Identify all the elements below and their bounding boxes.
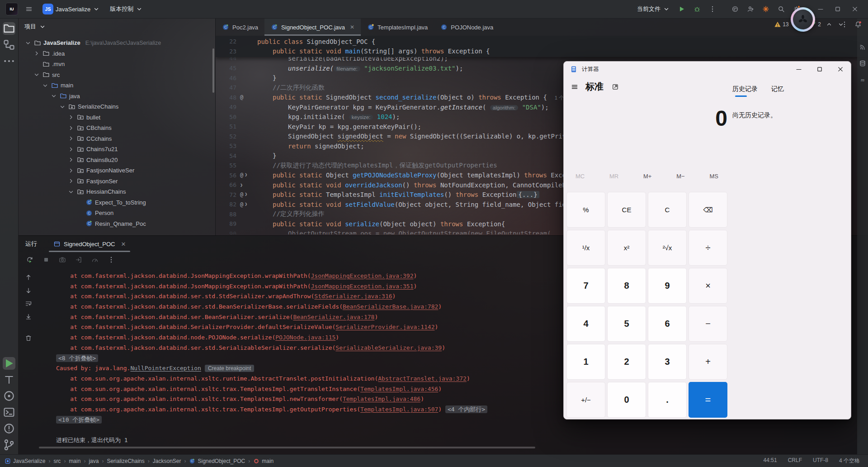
status-item[interactable]: UTF-8 xyxy=(813,457,828,465)
key-¹/x[interactable]: ¹/x xyxy=(566,230,605,266)
calc-maximize-button[interactable] xyxy=(809,62,830,77)
key-×[interactable]: × xyxy=(689,268,727,304)
rail-services[interactable] xyxy=(3,390,15,402)
breadcrumb-item[interactable]: CSignedObject_POC xyxy=(189,458,245,464)
attach-icon[interactable] xyxy=(75,256,82,263)
code-with-me-icon[interactable] xyxy=(747,5,754,13)
tree-item[interactable]: CResin_Qname_Poc xyxy=(18,219,215,229)
breadcrumb-item[interactable]: main xyxy=(253,458,274,464)
rerun-icon[interactable] xyxy=(26,256,33,263)
rail-structure[interactable] xyxy=(3,38,15,51)
stack-link[interactable]: TemplatesImpl.java:456 xyxy=(360,386,438,392)
exception-link[interactable]: NullPointerException xyxy=(130,365,201,372)
more-options-icon[interactable] xyxy=(108,256,115,263)
rail-run[interactable] xyxy=(3,357,15,370)
stack-link[interactable]: AbstractTranslet.java:372 xyxy=(378,375,467,382)
tree-item[interactable]: Chains8u20 xyxy=(18,155,215,166)
prev-problem-icon[interactable] xyxy=(826,21,833,28)
breadcrumb-item[interactable]: SerializeChains xyxy=(107,458,144,464)
project-panel-header[interactable]: 项目 xyxy=(18,19,215,35)
breadcrumb-item[interactable]: JacksonSer xyxy=(153,458,181,464)
window-close-button[interactable] xyxy=(848,5,862,13)
key-3[interactable]: 3 xyxy=(648,344,687,380)
memory-M+[interactable]: M+ xyxy=(643,173,651,180)
key-x²[interactable]: x² xyxy=(607,230,646,266)
tree-item[interactable]: HessianChains xyxy=(18,186,215,197)
key-%[interactable]: % xyxy=(566,192,605,228)
calc-minimize-button[interactable] xyxy=(788,62,809,77)
window-minimize-button[interactable] xyxy=(814,5,827,13)
stack-link[interactable]: BeanSerializerBase.java:782 xyxy=(343,303,438,310)
maven-icon[interactable]: m xyxy=(859,76,866,83)
keep-on-top-icon[interactable] xyxy=(612,83,619,91)
key-=[interactable]: = xyxy=(689,382,727,418)
window-maximize-button[interactable] xyxy=(831,5,844,13)
rail-version-control[interactable] xyxy=(3,438,15,451)
status-item[interactable]: CRLF xyxy=(788,457,802,465)
key-C[interactable]: C xyxy=(648,192,687,228)
rail-more-tools[interactable] xyxy=(3,55,15,67)
status-item[interactable]: 4 个空格 xyxy=(839,457,860,465)
main-menu-icon[interactable] xyxy=(25,5,33,13)
notifications-bell-icon[interactable] xyxy=(854,21,862,28)
stack-link[interactable]: SerializableSerializer.java:39 xyxy=(335,344,442,351)
tab-memory[interactable]: 记忆 xyxy=(771,85,784,97)
search-everywhere-icon[interactable] xyxy=(778,5,785,13)
memory-M−[interactable]: M− xyxy=(676,173,684,180)
key-+[interactable]: + xyxy=(689,344,727,380)
breadcrumb-item[interactable]: src xyxy=(53,458,61,464)
tree-item[interactable]: SerializeChains xyxy=(18,101,215,112)
screen-share-icon[interactable] xyxy=(859,43,866,51)
more-actions-icon[interactable] xyxy=(709,5,716,13)
rail-problems[interactable] xyxy=(3,422,15,435)
tree-item[interactable]: bullet xyxy=(18,112,215,123)
editor-tab[interactable]: CSignedObject_POC.java✕ xyxy=(264,19,361,36)
key-0[interactable]: 0 xyxy=(607,382,646,418)
calculator-title-bar[interactable]: 计算器 xyxy=(564,62,851,77)
key-4[interactable]: 4 xyxy=(566,306,605,342)
tree-item[interactable]: FastjsonSer xyxy=(18,176,215,187)
stack-link[interactable]: SerializerProvider.java:1142 xyxy=(335,324,434,330)
rail-bookmarks[interactable] xyxy=(3,373,15,386)
key-.[interactable]: . xyxy=(648,382,687,418)
key-+/−[interactable]: +/− xyxy=(566,382,605,418)
key-2[interactable]: 2 xyxy=(607,344,646,380)
key-1[interactable]: 1 xyxy=(566,344,605,380)
tree-item[interactable]: CCchains xyxy=(18,133,215,144)
stack-link[interactable]: TemplatesImpl.java:507 xyxy=(360,406,438,413)
stop-icon[interactable] xyxy=(42,256,50,263)
project-selector[interactable]: JS JavaSerialize xyxy=(42,4,100,14)
tab-history[interactable]: 历史记录 xyxy=(732,85,758,97)
stack-link[interactable]: JsonMappingException.java:392 xyxy=(311,272,414,279)
run-console-tab[interactable]: SignedObject_POC ✕ xyxy=(53,236,126,252)
next-frame-icon[interactable] xyxy=(25,287,32,294)
tree-item[interactable]: .idea xyxy=(18,48,215,59)
key-²√x[interactable]: ²√x xyxy=(648,230,687,266)
clear-all-icon[interactable] xyxy=(25,334,32,342)
close-icon[interactable]: ✕ xyxy=(350,24,354,30)
debug-button-icon[interactable] xyxy=(693,5,701,13)
key-9[interactable]: 9 xyxy=(648,268,687,304)
tree-item[interactable]: main xyxy=(18,80,215,91)
key-6[interactable]: 6 xyxy=(648,306,687,342)
tree-item[interactable]: java xyxy=(18,91,215,102)
breadcrumb-item[interactable]: java xyxy=(89,458,99,464)
copilot-icon[interactable] xyxy=(731,5,739,13)
key-8[interactable]: 8 xyxy=(607,268,646,304)
tree-item[interactable]: src xyxy=(18,70,215,81)
stack-link[interactable]: BeanSerializer.java:178 xyxy=(293,314,374,320)
stack-link[interactable]: StdSerializer.java:316 xyxy=(314,293,392,300)
key-CE[interactable]: CE xyxy=(607,192,646,228)
tree-item[interactable]: Chains7u21 xyxy=(18,144,215,155)
tree-item[interactable]: .mvn xyxy=(18,59,215,70)
calc-menu-icon[interactable] xyxy=(571,83,578,91)
key-⌫[interactable]: ⌫ xyxy=(689,192,727,228)
project-scrollbar[interactable] xyxy=(212,48,214,93)
run-button-icon[interactable] xyxy=(678,5,685,13)
editor-tab[interactable]: CPoc2.java xyxy=(216,19,264,36)
key-−[interactable]: − xyxy=(689,306,727,342)
scroll-to-end-icon[interactable] xyxy=(25,313,32,320)
stack-link[interactable]: JsonMappingException.java:351 xyxy=(311,283,414,290)
soft-wrap-icon[interactable] xyxy=(25,300,32,307)
console-hscrollbar[interactable] xyxy=(39,447,535,448)
